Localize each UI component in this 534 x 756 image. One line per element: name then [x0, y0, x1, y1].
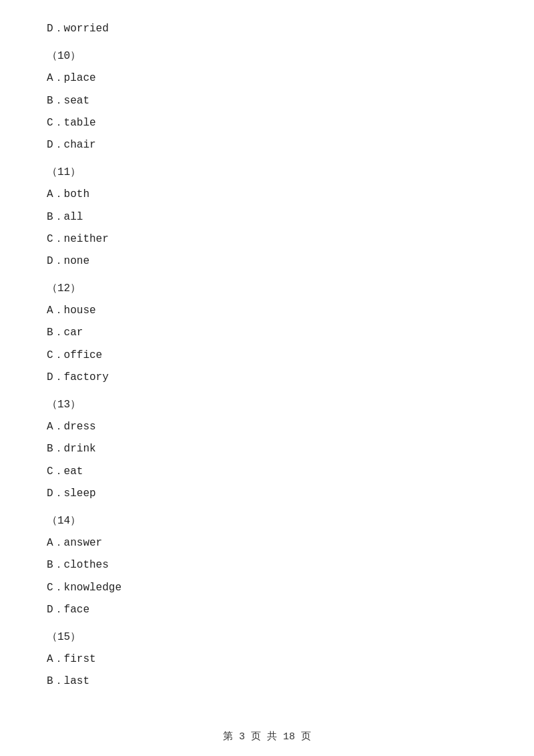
- option-line: A．first: [47, 650, 487, 669]
- main-content: D．worried（10）A．placeB．seatC．tableD．chair…: [0, 0, 534, 735]
- option-line: C．table: [47, 114, 487, 132]
- option-line: A．dress: [47, 418, 487, 436]
- option-line: D．face: [47, 601, 487, 619]
- footer-text: 第 3 页 共 18 页: [223, 731, 311, 743]
- option-line: C．knowledge: [47, 579, 487, 597]
- option-line: D．sleep: [47, 485, 487, 503]
- option-line: D．chair: [47, 136, 487, 154]
- question-number: （10）: [47, 47, 487, 65]
- option-line: C．office: [47, 347, 487, 365]
- option-line: D．factory: [47, 369, 487, 387]
- page-footer: 第 3 页 共 18 页: [0, 730, 534, 743]
- option-line: B．clothes: [47, 556, 487, 574]
- option-line: B．car: [47, 324, 487, 342]
- question-number: （13）: [47, 396, 487, 414]
- option-line: B．last: [47, 673, 487, 691]
- option-line: B．all: [47, 208, 487, 226]
- option-line: C．eat: [47, 463, 487, 481]
- question-number: （14）: [47, 512, 487, 530]
- option-line: A．answer: [47, 534, 487, 552]
- option-line: C．neither: [47, 230, 487, 248]
- option-line: A．place: [47, 69, 487, 87]
- option-line: D．worried: [47, 20, 487, 38]
- option-line: B．drink: [47, 440, 487, 458]
- option-line: A．both: [47, 186, 487, 204]
- question-number: （12）: [47, 280, 487, 298]
- question-number: （11）: [47, 164, 487, 182]
- question-number: （15）: [47, 628, 487, 646]
- option-line: D．none: [47, 252, 487, 270]
- option-line: B．seat: [47, 92, 487, 110]
- option-line: A．house: [47, 302, 487, 320]
